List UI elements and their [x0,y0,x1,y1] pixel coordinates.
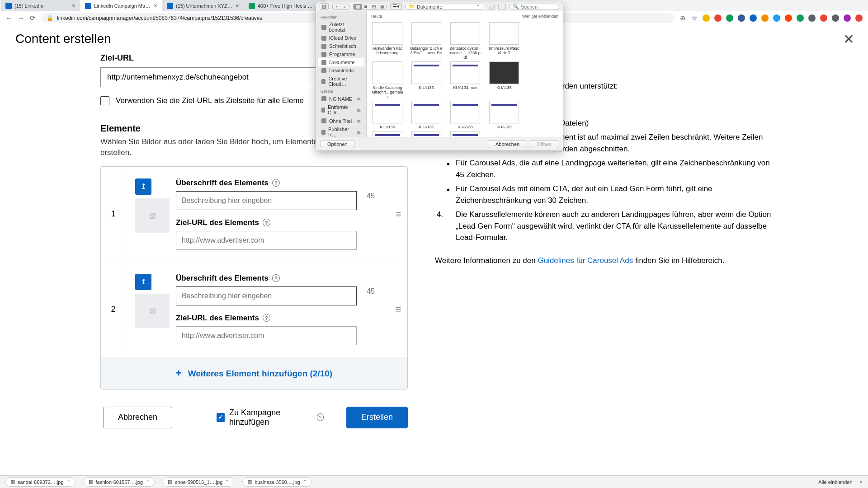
extension-icon[interactable] [738,14,745,22]
chevron-up-icon[interactable]: ⌃ [225,479,229,485]
cancel-button[interactable]: Abbrechen [103,407,172,428]
headline-input[interactable] [176,286,357,305]
file-item[interactable]: KUA136 [371,101,404,129]
upload-button[interactable]: ↥ [135,178,151,195]
forward-icon[interactable]: → [18,14,24,22]
share-icon[interactable]: ⎋ [487,4,495,10]
guidelines-link[interactable]: Guidelines für Carousel Ads [538,256,633,265]
headline-input[interactable] [176,191,357,210]
sidebar-item[interactable]: Creative Cloud… [318,75,364,88]
view-icon-gallery[interactable]: ▤ [378,4,386,9]
finder-path[interactable]: 📁 Dokumente ⌃ [406,4,483,10]
file-item[interactable]: Kindle Coaching Mitschri…gemeier [371,61,404,99]
extension-icon[interactable] [820,14,827,22]
ziel-checkbox[interactable] [100,96,109,105]
close-button[interactable]: ✕ [843,31,854,47]
finder-search[interactable]: 🔍Suchen [509,4,559,10]
info-icon[interactable]: ? [317,413,324,421]
chevron-up-icon[interactable]: ⌃ [303,479,307,485]
download-item[interactable]: ▧business-3560….jpg⌃ [242,477,311,487]
chevron-up-icon[interactable]: ⌃ [66,479,71,485]
image-placeholder[interactable]: ▧ [135,294,170,328]
file-item[interactable]: Auswandern nach Hongkong [371,22,404,60]
image-icon: ▧ [247,479,252,485]
file-item[interactable]: KUA139 [488,101,520,129]
file-item[interactable]: KUA135 [488,61,520,99]
back-icon[interactable]: ‹ [333,4,341,9]
close-shelf-icon[interactable]: × [860,479,863,485]
sidebar-item[interactable]: NO NAME ⏏ [318,94,364,103]
sidebar-toggle-icon[interactable]: ▥ [320,3,329,10]
sidebar-item[interactable]: Schreibtisch [318,42,364,50]
tab-unternehmen[interactable]: (15) Unternehmen XYZ: Admi…× [162,0,244,11]
zoom-icon[interactable]: ⊕ [680,14,686,22]
file-item[interactable]: Impressum Pascal Heß [488,22,520,60]
extension-icon[interactable] [726,14,733,22]
sidebar-item[interactable]: Programme [318,50,364,58]
sidebar-item[interactable]: Ohne Titel ⏏ [318,117,364,125]
drag-handle-icon[interactable]: ≡ [389,262,407,357]
tab-highheels[interactable]: 400+ Free High Heels & Sh…× [244,0,326,11]
sidebar-item[interactable]: iCloud Drive [318,34,364,42]
arrange-icon[interactable]: ☰▾ [390,3,402,10]
chevron-up-icon[interactable]: ⌃ [146,479,150,485]
info-icon[interactable]: ? [263,219,270,226]
sidebar-item[interactable]: Downloads [318,66,364,75]
tag-icon[interactable]: ○ [498,4,506,10]
close-icon[interactable]: × [154,2,157,9]
add-campaign-checkbox[interactable] [217,413,225,422]
file-item[interactable]: KUA137 [410,101,443,129]
file-item[interactable]: KUA134.mov [449,61,481,99]
show-all-downloads[interactable]: Alle einblenden [818,479,852,485]
download-item[interactable]: ▧fashion-601557….jpg⌃ [84,477,155,487]
extension-icon[interactable] [714,14,722,22]
download-item[interactable]: ▧shoe-590516_1….jpg⌃ [163,477,234,487]
extension-icon[interactable] [773,14,780,22]
extension-icon[interactable] [797,14,804,22]
forward-icon[interactable]: › [341,4,349,9]
view-icon-columns[interactable]: ⊟ [370,4,378,9]
star-icon[interactable]: ☆ [691,14,697,22]
cancel-button[interactable]: Abbrechen [489,140,526,148]
add-element-button[interactable]: +Weiteres Element hinzufügen (2/10) [101,357,407,389]
info-icon[interactable]: ? [263,314,270,322]
extension-icon[interactable] [785,14,792,22]
close-icon[interactable]: × [236,2,239,9]
element-row: 2 ↥ ▧ Überschrift des Elements ? 45 Ziel… [101,262,407,357]
sidebar-item[interactable]: Dokumente [318,58,364,66]
extension-icon[interactable] [761,14,769,22]
download-item[interactable]: ▧sandal-669372….jpg⌃ [5,477,75,487]
file-item[interactable]: KUA138 [449,101,481,129]
file-item[interactable]: deltatecc dyson Invoice_…1238.pdf [449,22,481,60]
options-button[interactable]: Optionen [321,140,354,148]
sidebar-item[interactable]: Entfernte CD/… ⏏ [318,103,364,117]
tab-campaign-manager[interactable]: LinkedIn Campaign Manager× [80,0,162,11]
extension-icon[interactable] [832,14,839,22]
open-button[interactable]: Öffnen [530,140,558,148]
view-icon-list[interactable]: ≡ [362,4,370,9]
info-icon[interactable]: ? [272,274,280,282]
file-thumbnail [411,22,441,45]
extension-icon[interactable] [703,14,710,22]
info-icon[interactable]: ? [272,179,280,187]
extension-icon[interactable] [808,14,816,22]
create-button[interactable]: Erstellen [346,407,408,428]
file-item[interactable]: Balsangur Buch #3 ENG…ment EN [410,22,443,60]
sidebar-item[interactable]: Zuletzt benutzt [318,20,364,34]
folder-icon [321,52,326,57]
extension-icon[interactable] [844,14,851,22]
finder-fewer[interactable]: Weniger einblenden [522,14,558,19]
view-icon-grid[interactable]: ▦ [354,4,362,9]
element-url-input[interactable] [176,326,357,345]
element-url-input[interactable] [176,231,357,250]
reload-icon[interactable]: ⟳ [30,14,36,22]
file-item[interactable]: KUA133 [410,61,443,99]
back-icon[interactable]: ← [5,14,12,22]
tab-linkedin[interactable]: (15) LinkedIn× [1,0,80,11]
drag-handle-icon[interactable]: ≡ [389,167,407,262]
image-placeholder[interactable]: ▧ [135,198,170,233]
extension-icon[interactable] [855,14,863,22]
extension-icon[interactable] [750,14,757,22]
close-icon[interactable]: × [72,2,75,9]
upload-button[interactable]: ↥ [135,274,151,290]
